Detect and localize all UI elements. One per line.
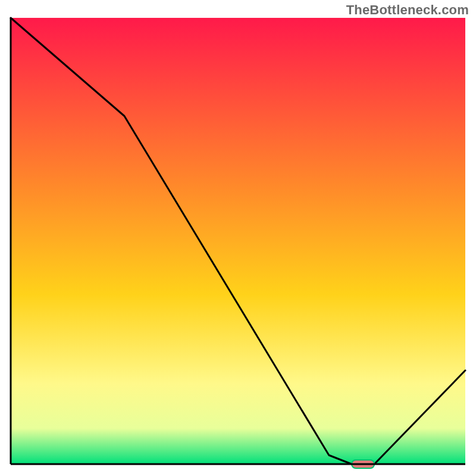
bottleneck-chart xyxy=(0,0,476,476)
svg-rect-0 xyxy=(11,18,465,464)
watermark-text: TheBottleneck.com xyxy=(346,2,469,18)
chart-container: { "watermark": "TheBottleneck.com", "col… xyxy=(0,0,476,476)
plot-area xyxy=(11,18,465,468)
